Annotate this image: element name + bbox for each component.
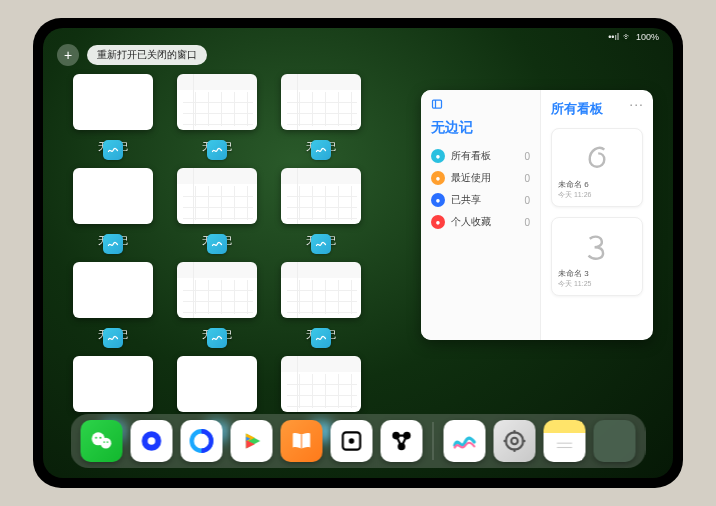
dock-app-wechat[interactable] <box>81 420 123 462</box>
svg-point-9 <box>148 437 156 445</box>
row-label: 最近使用 <box>451 171 491 185</box>
window-thumb-4[interactable]: 无边记 <box>177 168 257 248</box>
window-thumb-8[interactable]: 无边记 <box>281 262 361 342</box>
new-window-button[interactable]: + <box>57 44 79 66</box>
mission-control-grid: 无边记无边记无边记无边记无边记无边记无边记无边记无边记无边记无边记无边记 <box>73 74 443 436</box>
sidebar-row-2[interactable]: ●已共享0 <box>431 189 530 211</box>
freeform-app-icon <box>207 234 227 254</box>
freeform-app-icon <box>311 328 331 348</box>
preview-main: 所有看板 未命名 6今天 11:26未命名 3今天 11:25 <box>541 90 653 340</box>
reopen-closed-window-button[interactable]: 重新打开已关闭的窗口 <box>87 45 207 65</box>
dock-app-books[interactable] <box>281 420 323 462</box>
freeform-app-icon <box>103 234 123 254</box>
preview-sidebar: ··· 无边记 ●所有看板0●最近使用0●已共享0●个人收藏0 <box>421 90 541 340</box>
window-preview <box>281 74 361 130</box>
freeform-app-icon <box>311 140 331 160</box>
dock-app-browser-cyan[interactable] <box>181 420 223 462</box>
screen: ••ıl ᯤ 100% + 重新打开已关闭的窗口 无边记无边记无边记无边记无边记… <box>43 28 673 478</box>
ipad-device: ••ıl ᯤ 100% + 重新打开已关闭的窗口 无边记无边记无边记无边记无边记… <box>33 18 683 488</box>
board-card-1[interactable]: 未命名 3今天 11:25 <box>551 217 643 296</box>
window-preview <box>73 356 153 412</box>
row-icon: ● <box>431 171 445 185</box>
top-controls: + 重新打开已关闭的窗口 <box>57 44 207 66</box>
window-thumb-1[interactable]: 无边记 <box>177 74 257 154</box>
board-time: 今天 11:25 <box>558 279 636 289</box>
board-time: 今天 11:26 <box>558 190 636 200</box>
row-label: 已共享 <box>451 193 481 207</box>
freeform-app-icon <box>103 328 123 348</box>
reopen-label: 重新打开已关闭的窗口 <box>97 48 197 62</box>
more-icon[interactable]: ··· <box>629 96 644 112</box>
dock-app-browser-blue[interactable] <box>131 420 173 462</box>
svg-point-6 <box>103 441 105 443</box>
board-sketch <box>558 135 636 179</box>
row-count: 0 <box>524 195 530 206</box>
window-preview <box>177 168 257 224</box>
row-count: 0 <box>524 173 530 184</box>
sidebar-title: 无边记 <box>431 119 530 137</box>
dock-separator <box>433 422 434 460</box>
svg-point-5 <box>99 437 101 439</box>
svg-point-25 <box>511 438 518 445</box>
window-preview <box>281 356 361 412</box>
window-preview <box>73 74 153 130</box>
dock <box>71 414 646 468</box>
dock-app-settings[interactable] <box>494 420 536 462</box>
board-name: 未命名 3 <box>558 268 636 279</box>
sidebar-toggle-icon[interactable] <box>431 98 530 113</box>
window-preview <box>73 168 153 224</box>
svg-point-7 <box>107 441 109 443</box>
window-preview <box>281 262 361 318</box>
status-bar: ••ıl ᯤ 100% <box>608 32 659 42</box>
sidebar-row-0[interactable]: ●所有看板0 <box>431 145 530 167</box>
row-count: 0 <box>524 151 530 162</box>
window-thumb-2[interactable]: 无边记 <box>281 74 361 154</box>
wifi-icon: ᯤ <box>623 32 632 42</box>
dock-app-freeform[interactable] <box>444 420 486 462</box>
window-thumb-5[interactable]: 无边记 <box>281 168 361 248</box>
svg-point-4 <box>95 437 97 439</box>
freeform-app-icon <box>207 140 227 160</box>
dock-app-dice[interactable] <box>331 420 373 462</box>
dock-app-notes[interactable] <box>544 420 586 462</box>
dock-app-video[interactable] <box>231 420 273 462</box>
freeform-preview-window[interactable]: ··· 无边记 ●所有看板0●最近使用0●已共享0●个人收藏0 所有看板 未命名… <box>421 90 653 340</box>
window-preview <box>281 168 361 224</box>
row-label: 个人收藏 <box>451 215 491 229</box>
row-label: 所有看板 <box>451 149 491 163</box>
sidebar-row-3[interactable]: ●个人收藏0 <box>431 211 530 233</box>
svg-point-3 <box>100 438 111 449</box>
battery-text: 100% <box>636 32 659 42</box>
window-thumb-7[interactable]: 无边记 <box>177 262 257 342</box>
row-icon: ● <box>431 193 445 207</box>
freeform-app-icon <box>311 234 331 254</box>
window-preview <box>177 74 257 130</box>
window-thumb-6[interactable]: 无边记 <box>73 262 153 342</box>
svg-point-17 <box>349 438 354 443</box>
svg-point-24 <box>506 432 523 449</box>
window-thumb-3[interactable]: 无边记 <box>73 168 153 248</box>
window-preview <box>177 356 257 412</box>
row-icon: ● <box>431 215 445 229</box>
board-name: 未命名 6 <box>558 179 636 190</box>
dock-app-connect[interactable] <box>381 420 423 462</box>
signal-icon: ••ıl <box>608 32 619 42</box>
freeform-app-icon <box>103 140 123 160</box>
window-thumb-0[interactable]: 无边记 <box>73 74 153 154</box>
row-icon: ● <box>431 149 445 163</box>
window-preview <box>177 262 257 318</box>
row-count: 0 <box>524 217 530 228</box>
freeform-app-icon <box>207 328 227 348</box>
dock-app-folder[interactable] <box>594 420 636 462</box>
sidebar-row-1[interactable]: ●最近使用0 <box>431 167 530 189</box>
board-card-0[interactable]: 未命名 6今天 11:26 <box>551 128 643 207</box>
svg-rect-0 <box>433 100 442 108</box>
board-sketch <box>558 224 636 268</box>
window-preview <box>73 262 153 318</box>
